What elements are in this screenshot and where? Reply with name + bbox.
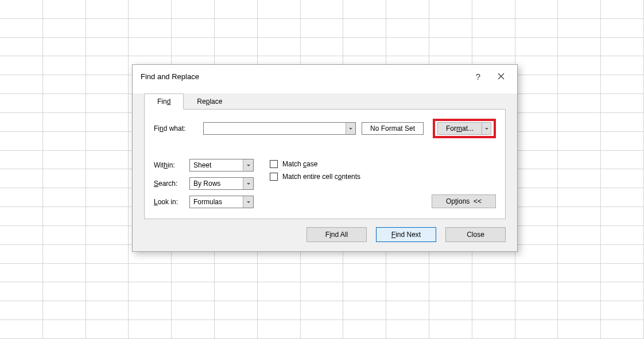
grid-cell[interactable] (558, 0, 601, 19)
grid-cell[interactable] (43, 38, 86, 57)
grid-cell[interactable] (86, 0, 129, 19)
grid-cell[interactable] (386, 320, 429, 339)
grid-cell[interactable] (515, 282, 558, 301)
grid-cell[interactable] (558, 207, 601, 226)
grid-cell[interactable] (601, 207, 644, 226)
grid-cell[interactable] (515, 245, 558, 264)
grid-cell[interactable] (515, 264, 558, 283)
grid-cell[interactable] (558, 282, 601, 301)
grid-cell[interactable] (515, 188, 558, 207)
find-next-button[interactable]: Find Next (376, 227, 436, 242)
grid-cell[interactable] (386, 38, 429, 57)
grid-cell[interactable] (0, 301, 43, 320)
grid-cell[interactable] (0, 75, 43, 94)
grid-cell[interactable] (386, 301, 429, 320)
grid-cell[interactable] (43, 245, 86, 264)
grid-cell[interactable] (429, 320, 472, 339)
grid-cell[interactable] (343, 264, 386, 283)
grid-cell[interactable] (301, 301, 344, 320)
grid-cell[interactable] (515, 207, 558, 226)
grid-cell[interactable] (215, 19, 258, 38)
grid-cell[interactable] (558, 301, 601, 320)
grid-cell[interactable] (258, 38, 301, 57)
grid-cell[interactable] (515, 75, 558, 94)
grid-cell[interactable] (43, 301, 86, 320)
grid-cell[interactable] (601, 245, 644, 264)
grid-cell[interactable] (172, 282, 215, 301)
grid-cell[interactable] (0, 282, 43, 301)
grid-cell[interactable] (601, 94, 644, 113)
grid-cell[interactable] (0, 207, 43, 226)
grid-cell[interactable] (43, 113, 86, 132)
grid-cell[interactable] (601, 188, 644, 207)
grid-cell[interactable] (515, 113, 558, 132)
grid-cell[interactable] (215, 0, 258, 19)
grid-cell[interactable] (429, 0, 472, 19)
grid-cell[interactable] (515, 38, 558, 57)
grid-cell[interactable] (43, 282, 86, 301)
format-button[interactable]: Format... (437, 122, 482, 135)
grid-cell[interactable] (86, 113, 129, 132)
grid-cell[interactable] (258, 19, 301, 38)
grid-cell[interactable] (0, 226, 43, 245)
grid-cell[interactable] (43, 19, 86, 38)
grid-cell[interactable] (515, 169, 558, 188)
options-toggle-button[interactable]: Options << (432, 194, 496, 208)
grid-cell[interactable] (86, 188, 129, 207)
grid-cell[interactable] (301, 320, 344, 339)
grid-cell[interactable] (86, 75, 129, 94)
grid-cell[interactable] (601, 169, 644, 188)
grid-cell[interactable] (515, 301, 558, 320)
search-select[interactable]: By Rows (189, 177, 254, 190)
find-what-input[interactable] (204, 123, 346, 134)
find-what-dropdown-button[interactable] (346, 123, 355, 134)
grid-cell[interactable] (515, 226, 558, 245)
grid-cell[interactable] (515, 94, 558, 113)
match-entire-check[interactable]: Match entire cell contents (270, 173, 360, 181)
grid-cell[interactable] (472, 19, 515, 38)
grid-cell[interactable] (43, 56, 86, 75)
grid-cell[interactable] (558, 19, 601, 38)
match-case-checkbox[interactable] (270, 160, 278, 168)
grid-cell[interactable] (601, 282, 644, 301)
grid-cell[interactable] (215, 282, 258, 301)
grid-cell[interactable] (0, 19, 43, 38)
grid-cell[interactable] (215, 38, 258, 57)
grid-cell[interactable] (601, 0, 644, 19)
grid-cell[interactable] (86, 19, 129, 38)
grid-cell[interactable] (558, 169, 601, 188)
grid-cell[interactable] (258, 282, 301, 301)
grid-cell[interactable] (601, 301, 644, 320)
grid-cell[interactable] (43, 132, 86, 151)
grid-cell[interactable] (601, 264, 644, 283)
grid-cell[interactable] (472, 0, 515, 19)
grid-cell[interactable] (172, 0, 215, 19)
grid-cell[interactable] (558, 75, 601, 94)
grid-cell[interactable] (0, 113, 43, 132)
grid-cell[interactable] (43, 0, 86, 19)
grid-cell[interactable] (301, 264, 344, 283)
grid-cell[interactable] (86, 301, 129, 320)
grid-cell[interactable] (558, 264, 601, 283)
grid-cell[interactable] (601, 56, 644, 75)
within-dropdown-button[interactable] (243, 159, 253, 171)
grid-cell[interactable] (0, 264, 43, 283)
grid-cell[interactable] (472, 264, 515, 283)
grid-cell[interactable] (0, 132, 43, 151)
grid-cell[interactable] (558, 38, 601, 57)
grid-cell[interactable] (558, 151, 601, 170)
close-x-button[interactable] (490, 68, 513, 85)
grid-cell[interactable] (558, 320, 601, 339)
grid-cell[interactable] (129, 264, 172, 283)
help-button[interactable]: ? (467, 68, 490, 85)
grid-cell[interactable] (0, 151, 43, 170)
grid-cell[interactable] (429, 38, 472, 57)
grid-cell[interactable] (558, 132, 601, 151)
grid-cell[interactable] (429, 282, 472, 301)
grid-cell[interactable] (43, 264, 86, 283)
grid-cell[interactable] (43, 207, 86, 226)
grid-cell[interactable] (129, 282, 172, 301)
grid-cell[interactable] (558, 226, 601, 245)
grid-cell[interactable] (86, 169, 129, 188)
grid-cell[interactable] (301, 0, 344, 19)
